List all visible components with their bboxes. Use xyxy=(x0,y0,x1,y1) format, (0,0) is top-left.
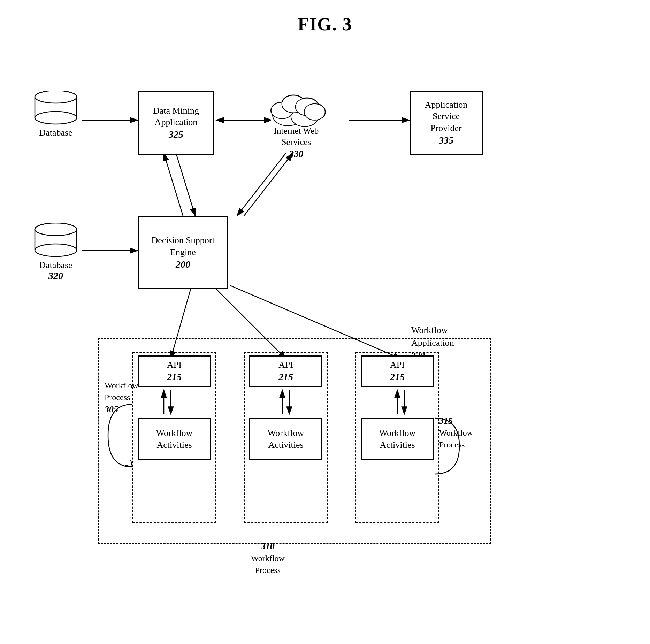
api1-num: 215 xyxy=(167,371,182,383)
database2-num: 320 xyxy=(48,270,63,282)
wa3-label: WorkflowActivities xyxy=(379,427,416,451)
bracket315-svg xyxy=(431,415,466,477)
page-title: FIG. 3 xyxy=(0,0,650,34)
api3-num: 215 xyxy=(390,371,405,383)
api2-num: 215 xyxy=(278,371,293,383)
svg-line-7 xyxy=(176,153,195,216)
asp-num: 335 xyxy=(439,134,453,147)
dse-label: Decision SupportEngine xyxy=(151,235,214,258)
decision-support-box: Decision SupportEngine 200 xyxy=(138,216,228,289)
svg-point-24 xyxy=(35,112,77,124)
wa1-label: WorkflowActivities xyxy=(156,427,193,451)
api2-label: API xyxy=(278,359,293,371)
wa2-label: WorkflowActivities xyxy=(268,427,304,451)
svg-line-8 xyxy=(164,153,183,216)
svg-point-25 xyxy=(35,91,77,103)
data-mining-num: 325 xyxy=(169,128,183,141)
svg-point-43 xyxy=(35,244,77,256)
data-mining-box: Data MiningApplication 325 xyxy=(138,91,214,155)
wa3-box: WorkflowActivities xyxy=(361,418,434,460)
workflow-process310-label: 310 Workflow Process xyxy=(251,540,285,576)
bracket305-svg xyxy=(101,401,139,470)
asp-label: ApplicationServiceProvider xyxy=(425,99,468,134)
iws-num: 330 xyxy=(289,149,304,159)
wa2-box: WorkflowActivities xyxy=(249,418,322,460)
wa1-box: WorkflowActivities xyxy=(138,418,211,460)
database1-label: Database xyxy=(39,128,72,138)
svg-line-9 xyxy=(237,153,286,216)
api1-box: API 215 xyxy=(138,355,211,387)
svg-line-10 xyxy=(244,153,293,216)
api3-box: API 215 xyxy=(361,355,434,387)
api2-box: API 215 xyxy=(249,355,322,387)
api3-label: API xyxy=(390,359,405,371)
database1-cylinder: Database xyxy=(31,91,80,138)
svg-point-44 xyxy=(35,223,77,236)
api1-label: API xyxy=(167,359,182,371)
diagram-container: Database Data MiningApplication 325 Inte… xyxy=(21,45,629,630)
dse-num: 200 xyxy=(176,258,190,271)
iws-label: Internet WebServices330 xyxy=(274,125,319,160)
database2-label: Database xyxy=(39,260,72,270)
data-mining-label: Data MiningApplication xyxy=(153,105,199,129)
asp-box: ApplicationServiceProvider 335 xyxy=(410,91,483,155)
database2-cylinder: Database 320 xyxy=(31,223,80,282)
internet-web-services: Internet WebServices330 xyxy=(258,84,335,160)
svg-point-38 xyxy=(304,104,325,120)
svg-line-46 xyxy=(131,460,132,467)
